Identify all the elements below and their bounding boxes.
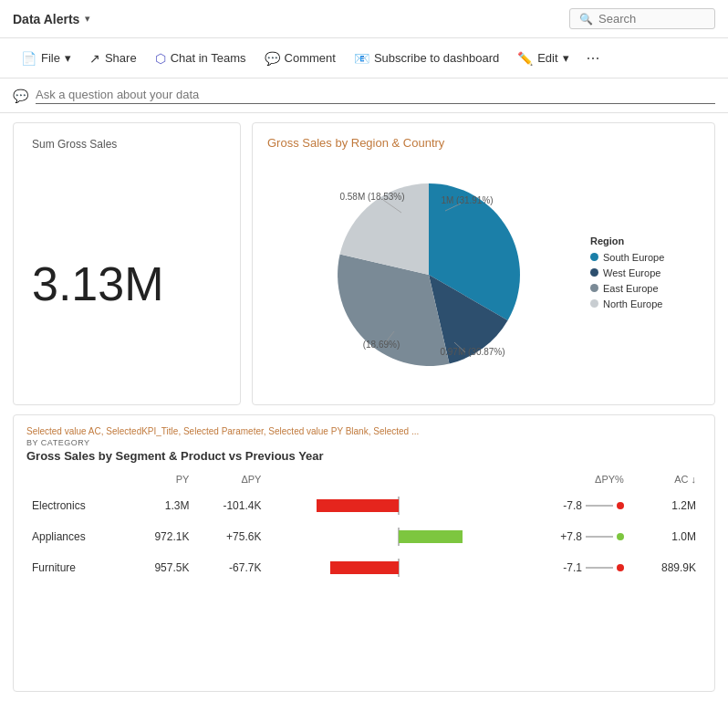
- row-py: 1.3M: [122, 490, 194, 521]
- col-header-bar: [266, 472, 531, 490]
- bar-chart-category: BY CATEGORY: [26, 438, 702, 447]
- chat-in-teams-button[interactable]: ⬡ Chat in Teams: [147, 47, 255, 70]
- file-button[interactable]: 📄 File ▾: [13, 47, 79, 70]
- legend-label-south-europe: South Europe: [603, 252, 664, 263]
- file-label: File: [41, 51, 60, 65]
- row-ac: 1.2M: [629, 490, 702, 521]
- top-row: Sum Gross Sales 3.13M Gross Sales by Reg…: [13, 122, 715, 405]
- teams-icon: ⬡: [155, 51, 166, 66]
- col-header-label: [26, 472, 122, 490]
- legend-label-north-europe: North Europe: [603, 298, 662, 309]
- pie-chart-card: Gross Sales by Region & Country: [252, 122, 715, 405]
- legend-item-west-europe: West Europe: [590, 267, 700, 278]
- qa-input[interactable]: [36, 88, 715, 104]
- subscribe-label: Subscribe to dashboard: [374, 51, 499, 65]
- comment-label: Comment: [285, 51, 336, 65]
- row-bar: [266, 490, 531, 521]
- pie-legend: Region South Europe West Europe East Eur…: [590, 235, 700, 314]
- row-dpy: -67.7K: [194, 552, 266, 583]
- qa-icon: 💬: [13, 89, 28, 103]
- pie-label-west-europe: (18.69%): [363, 340, 400, 350]
- search-icon: 🔍: [579, 13, 593, 26]
- toolbar: 📄 File ▾ ↗ Share ⬡ Chat in Teams 💬 Comme…: [0, 38, 728, 78]
- share-label: Share: [105, 51, 137, 65]
- legend-dot-east-europe: [590, 284, 598, 292]
- chat-in-teams-label: Chat in Teams: [171, 51, 246, 65]
- pie-svg: 1M (31.91%) 0.58M (18.53%) (18.69%) 0.97…: [324, 170, 534, 380]
- row-dpyp: -7.1: [531, 552, 629, 583]
- bar-chart-subtitle: Selected value AC, SelectedKPI_Title, Se…: [26, 426, 702, 436]
- row-label: Appliances: [26, 521, 122, 552]
- edit-button[interactable]: ✏️ Edit ▾: [509, 47, 577, 70]
- legend-dot-north-europe: [590, 299, 598, 308]
- table-row: Furniture 957.5K -67.7K -7.1 889.9K: [26, 552, 702, 583]
- pie-chart-title: Gross Sales by Region & Country: [267, 136, 700, 150]
- col-header-ac: AC ↓: [629, 472, 702, 490]
- row-dpyp: -7.8: [531, 490, 629, 521]
- row-ac: 1.0M: [629, 521, 702, 552]
- file-icon: 📄: [21, 51, 36, 66]
- edit-icon: ✏️: [517, 51, 533, 66]
- kpi-card: Sum Gross Sales 3.13M: [13, 122, 241, 405]
- edit-label: Edit: [537, 51, 557, 65]
- edit-chevron: ▾: [563, 51, 569, 65]
- row-py: 957.5K: [122, 552, 194, 583]
- comment-button[interactable]: 💬 Comment: [256, 47, 344, 70]
- legend-item-east-europe: East Europe: [590, 283, 700, 294]
- legend-label-west-europe: West Europe: [603, 267, 660, 278]
- search-input[interactable]: [598, 12, 699, 26]
- top-bar: Data Alerts ▾ 🔍: [0, 0, 728, 38]
- row-label: Furniture: [26, 552, 122, 583]
- title-chevron[interactable]: ▾: [85, 13, 90, 25]
- legend-item-north-europe: North Europe: [590, 298, 700, 309]
- legend-label-east-europe: East Europe: [603, 283, 659, 294]
- legend-item-south-europe: South Europe: [590, 252, 700, 263]
- row-ac: 889.9K: [629, 552, 702, 583]
- share-icon: ↗: [89, 51, 100, 66]
- col-header-py: PY: [122, 472, 194, 490]
- pie-label-north-europe: 0.58M (18.53%): [339, 192, 404, 202]
- pie-body: 1M (31.91%) 0.58M (18.53%) (18.69%) 0.97…: [267, 157, 700, 392]
- col-header-dpy: ΔPY: [194, 472, 266, 490]
- file-chevron: ▾: [65, 51, 71, 65]
- row-py: 972.1K: [122, 521, 194, 552]
- qa-bar: 💬: [0, 78, 728, 113]
- col-header-dpyp: ΔPY%: [531, 472, 629, 490]
- more-button[interactable]: ···: [579, 47, 608, 69]
- row-label: Electronics: [26, 490, 122, 521]
- row-dpy: -101.4K: [194, 490, 266, 521]
- bar-table: PY ΔPY ΔPY% AC ↓ Electronics 1.3M -101.4…: [26, 472, 702, 583]
- legend-dot-south-europe: [590, 253, 598, 261]
- bar-chart-card: Selected value AC, SelectedKPI_Title, Se…: [13, 414, 715, 692]
- pie-label-south-europe: 1M (31.91%): [441, 195, 493, 205]
- pie-chart-wrap: 1M (31.91%) 0.58M (18.53%) (18.69%) 0.97…: [267, 170, 590, 380]
- subscribe-icon: 📧: [354, 51, 369, 66]
- kpi-title: Sum Gross Sales: [32, 138, 222, 151]
- search-box[interactable]: 🔍: [569, 8, 715, 29]
- main-content: Sum Gross Sales 3.13M Gross Sales by Reg…: [0, 113, 728, 701]
- row-dpy: +75.6K: [194, 521, 266, 552]
- kpi-value: 3.13M: [32, 256, 222, 311]
- row-bar: [266, 521, 531, 552]
- table-row: Electronics 1.3M -101.4K -7.8 1.2M: [26, 490, 702, 521]
- row-bar: [266, 552, 531, 583]
- comment-icon: 💬: [265, 51, 280, 66]
- top-bar-left: Data Alerts ▾: [13, 12, 90, 26]
- subscribe-button[interactable]: 📧 Subscribe to dashboard: [346, 47, 507, 70]
- row-dpyp: +7.8: [531, 521, 629, 552]
- pie-label-east-europe: 0.97M (30.87%): [440, 347, 504, 357]
- pie-legend-title: Region: [590, 235, 700, 246]
- table-row: Appliances 972.1K +75.6K +7.8 1.0M: [26, 521, 702, 552]
- page-title: Data Alerts: [13, 12, 79, 26]
- legend-dot-west-europe: [590, 268, 598, 277]
- share-button[interactable]: ↗ Share: [81, 47, 145, 70]
- bar-chart-title: Gross Sales by Segment & Product vs Prev…: [26, 449, 702, 463]
